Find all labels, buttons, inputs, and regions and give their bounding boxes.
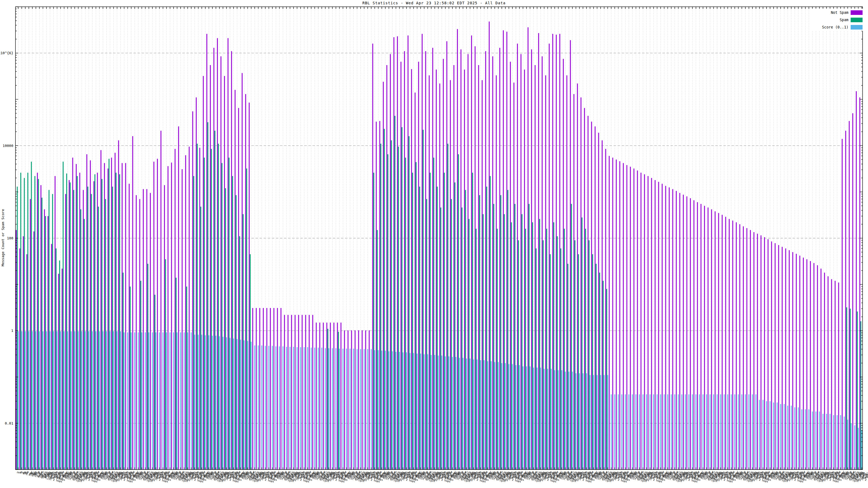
bar bbox=[277, 308, 278, 469]
bar bbox=[365, 330, 366, 469]
bar bbox=[806, 259, 807, 469]
bar bbox=[531, 50, 532, 469]
bar bbox=[388, 154, 388, 469]
bar bbox=[536, 248, 536, 469]
bar bbox=[270, 308, 271, 469]
bar bbox=[238, 108, 239, 469]
bar bbox=[354, 330, 355, 469]
bar bbox=[391, 140, 392, 469]
bar bbox=[553, 222, 554, 469]
bar bbox=[162, 332, 163, 469]
bar bbox=[521, 54, 521, 470]
bar bbox=[45, 216, 46, 469]
bar bbox=[49, 190, 50, 469]
bar bbox=[52, 194, 53, 469]
bar bbox=[506, 32, 507, 469]
bar bbox=[592, 254, 593, 469]
bar bbox=[193, 176, 194, 469]
bar bbox=[658, 182, 659, 469]
bar bbox=[492, 56, 493, 469]
bar bbox=[94, 174, 95, 469]
bar bbox=[736, 222, 737, 469]
bar bbox=[739, 224, 740, 469]
bar bbox=[394, 116, 395, 469]
bar bbox=[572, 372, 573, 469]
bar bbox=[72, 158, 73, 469]
y-tick-label: 0.01 bbox=[5, 421, 13, 425]
bar bbox=[518, 240, 519, 469]
bar bbox=[591, 122, 592, 469]
bar bbox=[217, 38, 218, 469]
bar bbox=[119, 174, 120, 469]
bar bbox=[302, 315, 303, 469]
bar bbox=[568, 372, 569, 469]
bar bbox=[746, 228, 747, 469]
bar bbox=[471, 35, 472, 469]
bar bbox=[184, 332, 184, 469]
bar bbox=[169, 332, 170, 469]
bar bbox=[546, 229, 547, 469]
bar bbox=[259, 308, 260, 469]
bar bbox=[557, 236, 558, 469]
bar bbox=[651, 178, 652, 469]
bar bbox=[245, 94, 246, 469]
bar bbox=[191, 332, 191, 469]
bar bbox=[584, 108, 585, 469]
bar bbox=[294, 315, 296, 469]
bar bbox=[680, 193, 680, 469]
legend-row-spam: Spam bbox=[812, 17, 863, 23]
bar bbox=[330, 323, 331, 469]
bar bbox=[242, 73, 243, 469]
bar bbox=[753, 232, 754, 469]
bar bbox=[412, 173, 413, 469]
bar bbox=[757, 234, 758, 469]
bar bbox=[830, 414, 830, 469]
bar bbox=[565, 372, 566, 469]
bar bbox=[249, 102, 250, 469]
bar bbox=[384, 129, 384, 469]
bar bbox=[582, 218, 582, 469]
bar bbox=[316, 323, 316, 469]
bar bbox=[473, 359, 474, 469]
bar bbox=[598, 133, 599, 469]
bar bbox=[789, 250, 789, 469]
bar bbox=[831, 279, 832, 469]
bar bbox=[835, 281, 835, 469]
bar bbox=[386, 65, 388, 469]
bar bbox=[482, 80, 483, 469]
bar bbox=[641, 173, 641, 469]
bar bbox=[432, 48, 433, 469]
bar bbox=[65, 194, 66, 469]
bar bbox=[97, 173, 98, 469]
bar bbox=[575, 240, 575, 469]
bar bbox=[497, 229, 498, 469]
bar bbox=[108, 159, 109, 469]
bar bbox=[785, 248, 786, 469]
bar bbox=[199, 148, 200, 469]
bar bbox=[475, 46, 475, 469]
bar bbox=[164, 185, 165, 469]
bar bbox=[451, 199, 452, 469]
bar bbox=[401, 62, 401, 469]
bar bbox=[185, 155, 186, 469]
bar bbox=[208, 122, 208, 469]
bar bbox=[309, 315, 310, 469]
bar bbox=[429, 75, 430, 469]
bar bbox=[560, 248, 561, 469]
bar bbox=[771, 241, 772, 469]
bar bbox=[426, 199, 427, 469]
bar bbox=[27, 173, 28, 469]
bar bbox=[83, 190, 84, 469]
bar bbox=[134, 332, 135, 469]
bar bbox=[446, 41, 447, 469]
bar bbox=[55, 176, 55, 469]
bar bbox=[722, 215, 723, 469]
bar bbox=[416, 354, 417, 469]
bar bbox=[425, 51, 426, 469]
bar bbox=[686, 196, 687, 469]
bar bbox=[63, 162, 63, 469]
bar bbox=[140, 281, 141, 469]
bar bbox=[563, 59, 564, 469]
bar bbox=[543, 240, 544, 469]
bar bbox=[41, 198, 42, 469]
